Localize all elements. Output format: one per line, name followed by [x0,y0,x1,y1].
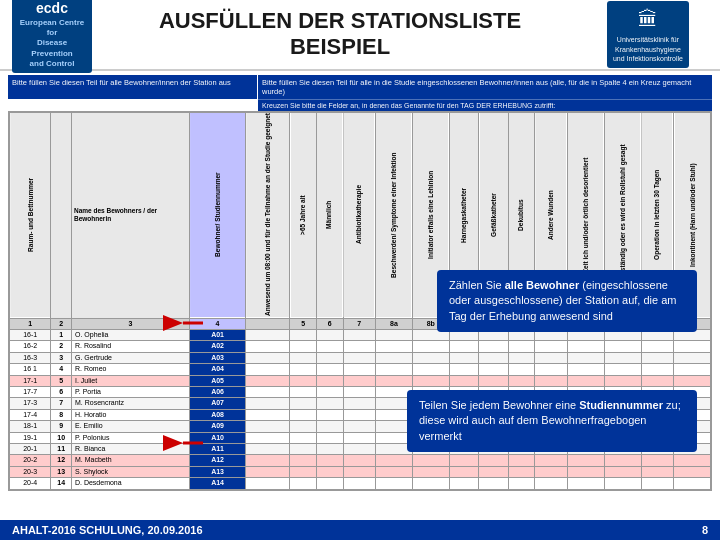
blue-subheader: Kreuzen Sie bitte die Felder an, in dene… [258,99,712,111]
cell-8a [375,443,412,454]
table-row: 17-3 7 M. Rosencrantz A07 [10,398,711,409]
cell-raum: 16 1 [10,364,51,375]
cell-name: P. Portia [71,387,189,398]
cell-8b [412,466,449,477]
cell-10 [479,330,509,341]
cell-num: 3 [51,352,72,363]
cell-10 [479,375,509,386]
cell-5 [290,478,317,489]
blue-header-right: Bitte füllen Sie diesen Teil für alle in… [258,75,712,99]
cell-14 [641,478,673,489]
cell-8a [375,387,412,398]
cell-code: A13 [190,466,246,477]
cell-8a [375,466,412,477]
cell-8b [412,478,449,489]
cell-7 [343,466,375,477]
cell-10 [479,352,509,363]
cell-11a [508,330,535,341]
cell-6 [316,421,343,432]
cell-10 [479,466,509,477]
table-outer: Bitte füllen Sie diesen Teil für alle Be… [8,75,712,491]
cell-8a [375,398,412,409]
cell-13 [604,409,641,420]
cn12: 12 [567,318,604,329]
cell-name: M. Macbeth [71,455,189,466]
cell-num: 14 [51,478,72,489]
cell-empty [246,352,290,363]
cell-9 [449,478,479,489]
cell-14 [641,455,673,466]
cell-10 [479,455,509,466]
cell-7 [343,387,375,398]
cn6: 6 [316,318,343,329]
col8a-header: Beschwerden/ Symptome einer Infektion [375,112,412,318]
cell-12 [567,352,604,363]
cell-raum: 16-3 [10,352,51,363]
cell-5 [290,443,317,454]
cell-7 [343,478,375,489]
table-row: 16 1 4 R. Romeo A04 [10,364,711,375]
main-content: Bitte füllen Sie diesen Teil für alle Be… [0,71,720,536]
cell-7 [343,455,375,466]
cell-11a [508,466,535,477]
cell-empty [246,478,290,489]
cell-empty [246,455,290,466]
cell-code: A11 [190,443,246,454]
cell-7 [343,443,375,454]
cell-12 [567,409,604,420]
title-line1: AUSFÜLLEN DER STATIONSLISTE [159,8,521,33]
cell-11a [508,341,535,352]
cell-8b [412,387,449,398]
cell-code: A10 [190,432,246,443]
cell-15 [674,455,711,466]
cell-13 [604,432,641,443]
col6-header: Männlich [316,112,343,318]
cell-9 [449,466,479,477]
footer-right: 8 [702,524,708,536]
cell-12 [567,466,604,477]
cell-10 [479,421,509,432]
cn11a: 11a [508,318,535,329]
cn3: 3 [71,318,189,329]
cell-13 [604,352,641,363]
col8b-header: Initiator effalls eine Lehinion [412,112,449,318]
cell-raum: 17-7 [10,387,51,398]
cell-6 [316,375,343,386]
cell-code: A01 [190,330,246,341]
cell-15 [674,421,711,432]
cell-8b [412,409,449,420]
cell-11b [535,352,567,363]
cell-num: 13 [51,466,72,477]
cell-num: 7 [51,398,72,409]
cell-5 [290,421,317,432]
cell-8b [412,443,449,454]
col9-header: Harnegaskatheter [449,112,479,318]
cell-13 [604,398,641,409]
cell-code: A04 [190,364,246,375]
cell-9 [449,443,479,454]
cell-num: 5 [51,375,72,386]
cell-15 [674,387,711,398]
cell-11a [508,478,535,489]
cell-name: M. Rosencrantz [71,398,189,409]
cell-11b [535,341,567,352]
cell-8b [412,364,449,375]
cell-15 [674,398,711,409]
cell-num: 9 [51,421,72,432]
cell-name: O. Ophelia [71,330,189,341]
cell-12 [567,364,604,375]
cell-5 [290,341,317,352]
cell-empty [246,409,290,420]
cell-6 [316,443,343,454]
cell-9 [449,421,479,432]
cell-raum: 20-3 [10,466,51,477]
cell-num: 10 [51,432,72,443]
cn1: 1 [10,318,51,329]
cell-8a [375,364,412,375]
cell-13 [604,387,641,398]
cell-9 [449,375,479,386]
cell-6 [316,478,343,489]
cell-10 [479,432,509,443]
cell-7 [343,330,375,341]
table-row: 19-1 10 P. Polonius A10 [10,432,711,443]
